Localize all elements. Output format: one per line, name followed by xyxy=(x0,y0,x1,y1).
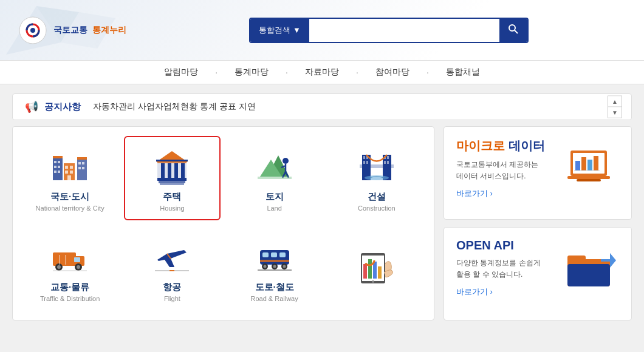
svg-rect-39 xyxy=(156,160,188,161)
cat-name-kr-housing: 주택 xyxy=(163,191,181,203)
nav-item-tonghap[interactable]: 통합채널 xyxy=(441,66,485,79)
svg-rect-35 xyxy=(159,181,185,183)
svg-point-7 xyxy=(509,25,515,31)
laptop-illustration xyxy=(564,147,619,190)
notice-text: 자동차관리 사업자업체현황 통계 공표 지연 xyxy=(93,101,619,112)
nav-item-tongye[interactable]: 통계마당 xyxy=(230,66,273,79)
svg-rect-89 xyxy=(378,266,382,279)
cat-name-en-flight: Flight xyxy=(164,295,180,302)
cat-item-construction[interactable]: 건설 Construction xyxy=(329,136,425,220)
cat-item-road-railway[interactable]: 도로·철도 Road & Railway xyxy=(227,226,323,311)
sidebar-panels: 마이크로 데이터 국토교통부에서 제공하는 데이터 서비스입니다. 바로가기 › xyxy=(444,126,632,320)
svg-rect-15 xyxy=(58,171,60,173)
svg-rect-57 xyxy=(384,161,386,164)
cat-name-en-construction: Construction xyxy=(358,205,396,212)
svg-point-80 xyxy=(273,265,276,268)
construction-icon xyxy=(357,146,396,185)
notice-down-button[interactable]: ▼ xyxy=(608,107,622,118)
cat-name-kr-flight: 항공 xyxy=(163,282,181,293)
openapi-content: OPEN API 다양한 통계정보를 손쉽게 활용 할 수 있습니다. 바로가기… xyxy=(456,239,619,297)
svg-point-59 xyxy=(365,175,389,180)
svg-rect-56 xyxy=(387,156,389,159)
national-city-icon xyxy=(50,146,89,185)
svg-rect-25 xyxy=(78,167,81,169)
openapi-link[interactable]: 바로가기 › xyxy=(456,286,564,297)
svg-point-42 xyxy=(283,158,289,164)
svg-rect-28 xyxy=(77,157,87,160)
svg-rect-11 xyxy=(58,161,60,163)
openapi-panel: OPEN API 다양한 통계정보를 손쉽게 활용 할 수 있습니다. 바로가기… xyxy=(444,227,632,320)
svg-rect-50 xyxy=(363,156,365,159)
nav-item-jaryo[interactable]: 자료마당 xyxy=(300,66,344,79)
svg-rect-18 xyxy=(70,166,73,169)
svg-rect-17 xyxy=(65,166,68,169)
svg-rect-94 xyxy=(575,161,580,171)
svg-rect-86 xyxy=(363,264,367,279)
microdata-text: 마이크로 데이터 국토교통부에서 제공하는 데이터 서비스입니다. 바로가기 › xyxy=(456,138,564,199)
notice-up-button[interactable]: ▲ xyxy=(608,96,622,107)
search-box: 통합검색 ▼ xyxy=(249,18,529,43)
microdata-link[interactable]: 바로가기 › xyxy=(456,188,564,199)
microdata-panel: 마이크로 데이터 국토교통부에서 제공하는 데이터 서비스입니다. 바로가기 › xyxy=(444,126,632,220)
search-button[interactable] xyxy=(499,19,527,42)
cat-name-en-housing: Housing xyxy=(160,205,184,212)
microdata-desc: 국토교통부에서 제공하는 데이터 서비스입니다. xyxy=(456,159,564,182)
svg-rect-52 xyxy=(363,161,365,164)
search-input[interactable] xyxy=(309,19,499,42)
nav-item-alrim[interactable]: 알림마당 xyxy=(159,66,203,79)
cat-item-flight[interactable]: 항공 Flight xyxy=(124,226,220,311)
svg-rect-31 xyxy=(168,163,171,180)
svg-rect-14 xyxy=(54,171,57,173)
svg-rect-27 xyxy=(53,156,63,158)
cat-item-tablet-data[interactable] xyxy=(329,226,425,311)
cat-name-kr-traffic: 교통·물류 xyxy=(50,282,89,293)
cat-name-kr-national: 국토·도시 xyxy=(50,191,89,203)
cat-name-en-traffic: Traffic & Distribution xyxy=(40,295,100,302)
svg-rect-75 xyxy=(279,252,286,257)
tablet-data-icon xyxy=(357,247,396,286)
folder-illustration xyxy=(564,247,619,289)
cat-item-housing[interactable]: 주택 Housing xyxy=(124,136,220,220)
svg-point-64 xyxy=(57,265,61,269)
svg-rect-87 xyxy=(368,259,372,279)
nav-bar: 알림마당 · 통계마당 · 자료마당 · 참여마당 · 통합채널 xyxy=(0,61,644,84)
microdata-title: 마이크로 데이터 xyxy=(456,138,564,154)
svg-rect-10 xyxy=(54,161,57,163)
cat-item-traffic[interactable]: 교통·물류 Traffic & Distribution xyxy=(22,226,118,311)
cat-item-national-city[interactable]: 국토·도시 National territory & City xyxy=(22,136,118,220)
cat-name-en-national: National territory & City xyxy=(36,205,104,212)
svg-point-6 xyxy=(30,28,35,33)
svg-point-78 xyxy=(263,265,266,268)
svg-rect-73 xyxy=(262,252,269,257)
svg-rect-19 xyxy=(65,171,68,174)
microdata-content: 마이크로 데이터 국토교통부에서 제공하는 데이터 서비스입니다. 바로가기 › xyxy=(456,138,619,199)
notice-bar: 📢 공지사항 자동차관리 사업자업체현황 통계 공표 지연 ▲ ▼ xyxy=(12,93,632,120)
svg-rect-13 xyxy=(58,166,60,168)
svg-rect-20 xyxy=(70,171,73,174)
svg-rect-76 xyxy=(260,260,289,262)
openapi-desc: 다양한 통계정보를 손쉽게 활용 할 수 있습니다. xyxy=(456,257,564,280)
svg-rect-102 xyxy=(567,256,586,262)
notice-label: 공지사항 xyxy=(44,101,81,113)
svg-point-91 xyxy=(372,280,374,283)
notice-arrows: ▲ ▼ xyxy=(608,96,622,118)
cat-name-kr-road-railway: 도로·철도 xyxy=(255,282,294,293)
svg-rect-24 xyxy=(82,162,84,164)
svg-point-82 xyxy=(283,265,286,268)
notice-icon: 📢 xyxy=(25,100,38,113)
svg-rect-26 xyxy=(82,167,84,169)
svg-rect-21 xyxy=(67,175,71,180)
cat-name-kr-construction: 건설 xyxy=(368,191,386,203)
cat-item-land[interactable]: 토지 Land xyxy=(227,136,323,220)
search-type-button[interactable]: 통합검색 ▼ xyxy=(250,19,309,42)
svg-rect-58 xyxy=(387,161,389,164)
svg-rect-33 xyxy=(181,163,185,180)
svg-rect-53 xyxy=(366,161,368,164)
traffic-icon xyxy=(50,237,89,276)
cat-name-en-land: Land xyxy=(267,205,281,212)
header: 국토교통 통계누리 통합검색 ▼ xyxy=(0,0,644,61)
svg-rect-30 xyxy=(161,163,165,180)
svg-rect-99 xyxy=(567,176,610,179)
nav-item-chamyeo[interactable]: 참여마당 xyxy=(371,66,414,79)
road-railway-icon xyxy=(255,237,294,276)
